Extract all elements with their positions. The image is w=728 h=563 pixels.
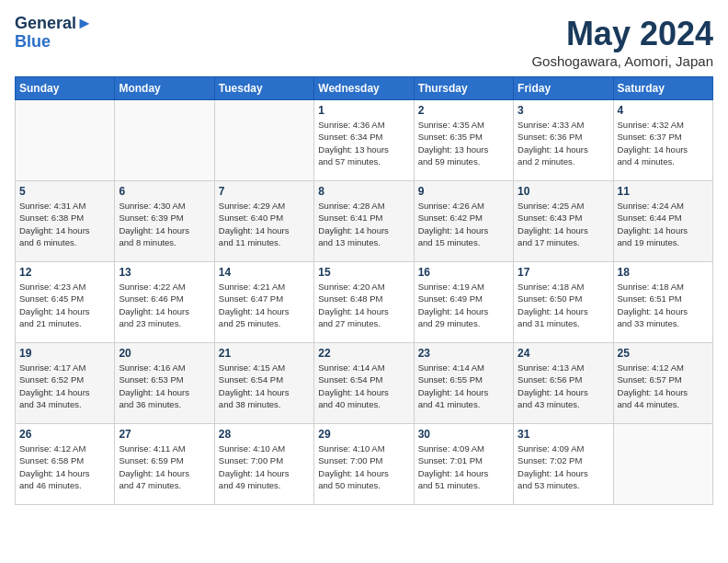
day-number: 10 — [518, 185, 609, 198]
day-info: Sunrise: 4:10 AMSunset: 7:00 PMDaylight:… — [318, 442, 409, 491]
calendar-cell: 24Sunrise: 4:13 AMSunset: 6:56 PMDayligh… — [514, 343, 613, 424]
calendar-cell: 3Sunrise: 4:33 AMSunset: 6:36 PMDaylight… — [514, 100, 613, 181]
daylight-hours: Daylight: 14 hours — [19, 468, 90, 478]
day-info: Sunrise: 4:31 AMSunset: 6:38 PMDaylight:… — [19, 200, 110, 248]
daylight-hours: Daylight: 14 hours — [318, 306, 389, 316]
daylight-hours: Daylight: 14 hours — [19, 387, 90, 397]
calendar-cell: 11Sunrise: 4:24 AMSunset: 6:44 PMDayligh… — [613, 181, 712, 262]
daylight-hours: Daylight: 14 hours — [618, 306, 688, 316]
calendar-cell: 22Sunrise: 4:14 AMSunset: 6:54 PMDayligh… — [314, 343, 414, 424]
calendar-cell — [214, 100, 313, 181]
title-block: May 2024 Goshogawara, Aomori, Japan — [531, 15, 713, 69]
day-info: Sunrise: 4:29 AMSunset: 6:40 PMDaylight:… — [219, 200, 310, 248]
column-header-thursday: Thursday — [414, 77, 513, 100]
day-number: 9 — [418, 185, 509, 198]
day-info: Sunrise: 4:23 AMSunset: 6:45 PMDaylight:… — [19, 281, 110, 329]
day-number: 8 — [318, 185, 409, 198]
day-number: 26 — [19, 428, 110, 441]
day-number: 13 — [119, 266, 210, 279]
daylight-hours: Daylight: 14 hours — [518, 144, 588, 155]
daylight-hours: Daylight: 14 hours — [518, 225, 588, 236]
day-number: 21 — [219, 347, 310, 360]
daylight-hours: Daylight: 14 hours — [119, 387, 189, 397]
day-number: 11 — [618, 185, 709, 198]
daylight-hours: Daylight: 14 hours — [518, 306, 588, 316]
daylight-hours: Daylight: 14 hours — [618, 225, 688, 236]
location-subtitle: Goshogawara, Aomori, Japan — [531, 53, 713, 69]
day-info: Sunrise: 4:35 AMSunset: 6:35 PMDaylight:… — [418, 119, 509, 167]
day-info: Sunrise: 4:30 AMSunset: 6:39 PMDaylight:… — [119, 200, 210, 248]
column-header-wednesday: Wednesday — [314, 77, 414, 100]
calendar-cell: 29Sunrise: 4:10 AMSunset: 7:00 PMDayligh… — [314, 424, 414, 505]
day-info: Sunrise: 4:28 AMSunset: 6:41 PMDaylight:… — [318, 200, 409, 248]
day-info: Sunrise: 4:18 AMSunset: 6:51 PMDaylight:… — [618, 281, 709, 329]
calendar-cell: 8Sunrise: 4:28 AMSunset: 6:41 PMDaylight… — [314, 181, 414, 262]
day-info: Sunrise: 4:14 AMSunset: 6:55 PMDaylight:… — [418, 362, 509, 410]
daylight-hours: Daylight: 14 hours — [318, 468, 389, 478]
day-number: 17 — [518, 266, 609, 279]
day-number: 27 — [119, 428, 210, 441]
daylight-hours: Daylight: 14 hours — [219, 225, 290, 236]
day-number: 22 — [318, 347, 409, 360]
daylight-hours: Daylight: 14 hours — [219, 387, 290, 397]
calendar-cell: 27Sunrise: 4:11 AMSunset: 6:59 PMDayligh… — [115, 424, 214, 505]
day-number: 19 — [19, 347, 110, 360]
daylight-hours: Daylight: 14 hours — [219, 306, 290, 316]
calendar-header-row: SundayMondayTuesdayWednesdayThursdayFrid… — [16, 77, 713, 100]
daylight-hours: Daylight: 14 hours — [518, 468, 588, 478]
day-info: Sunrise: 4:17 AMSunset: 6:52 PMDaylight:… — [19, 362, 110, 410]
calendar-cell: 31Sunrise: 4:09 AMSunset: 7:02 PMDayligh… — [514, 424, 613, 505]
daylight-hours: Daylight: 14 hours — [318, 387, 389, 397]
daylight-hours: Daylight: 14 hours — [119, 306, 189, 316]
daylight-hours: Daylight: 14 hours — [618, 144, 688, 155]
day-info: Sunrise: 4:33 AMSunset: 6:36 PMDaylight:… — [518, 119, 609, 167]
month-title: May 2024 — [531, 15, 713, 53]
calendar-cell: 17Sunrise: 4:18 AMSunset: 6:50 PMDayligh… — [514, 262, 613, 343]
day-info: Sunrise: 4:36 AMSunset: 6:34 PMDaylight:… — [318, 119, 409, 167]
logo-text: General► — [15, 15, 93, 33]
calendar-cell: 20Sunrise: 4:16 AMSunset: 6:53 PMDayligh… — [115, 343, 214, 424]
column-header-monday: Monday — [115, 77, 214, 100]
day-info: Sunrise: 4:22 AMSunset: 6:46 PMDaylight:… — [119, 281, 210, 329]
calendar-cell — [613, 424, 712, 505]
calendar-cell: 1Sunrise: 4:36 AMSunset: 6:34 PMDaylight… — [314, 100, 414, 181]
calendar-table: SundayMondayTuesdayWednesdayThursdayFrid… — [15, 76, 713, 505]
day-info: Sunrise: 4:09 AMSunset: 7:01 PMDaylight:… — [418, 442, 509, 491]
day-number: 25 — [618, 347, 709, 360]
day-number: 12 — [19, 266, 110, 279]
day-info: Sunrise: 4:32 AMSunset: 6:37 PMDaylight:… — [618, 119, 709, 167]
calendar-week-row: 26Sunrise: 4:12 AMSunset: 6:58 PMDayligh… — [16, 424, 713, 505]
daylight-hours: Daylight: 14 hours — [119, 225, 189, 236]
daylight-hours: Daylight: 13 hours — [318, 144, 389, 155]
calendar-week-row: 12Sunrise: 4:23 AMSunset: 6:45 PMDayligh… — [16, 262, 713, 343]
calendar-cell: 30Sunrise: 4:09 AMSunset: 7:01 PMDayligh… — [414, 424, 513, 505]
calendar-cell: 21Sunrise: 4:15 AMSunset: 6:54 PMDayligh… — [214, 343, 313, 424]
daylight-hours: Daylight: 14 hours — [418, 306, 489, 316]
calendar-cell: 6Sunrise: 4:30 AMSunset: 6:39 PMDaylight… — [115, 181, 214, 262]
day-number: 5 — [19, 185, 110, 198]
logo-subtext: Blue — [15, 33, 93, 52]
day-number: 16 — [418, 266, 509, 279]
calendar-cell: 10Sunrise: 4:25 AMSunset: 6:43 PMDayligh… — [514, 181, 613, 262]
day-info: Sunrise: 4:09 AMSunset: 7:02 PMDaylight:… — [518, 442, 609, 491]
day-info: Sunrise: 4:26 AMSunset: 6:42 PMDaylight:… — [418, 200, 509, 248]
day-info: Sunrise: 4:13 AMSunset: 6:56 PMDaylight:… — [518, 362, 609, 410]
daylight-hours: Daylight: 14 hours — [518, 387, 588, 397]
day-info: Sunrise: 4:16 AMSunset: 6:53 PMDaylight:… — [119, 362, 210, 410]
day-info: Sunrise: 4:14 AMSunset: 6:54 PMDaylight:… — [318, 362, 409, 410]
day-number: 1 — [318, 104, 409, 117]
calendar-cell: 12Sunrise: 4:23 AMSunset: 6:45 PMDayligh… — [16, 262, 115, 343]
day-number: 3 — [518, 104, 609, 117]
column-header-saturday: Saturday — [613, 77, 712, 100]
day-number: 31 — [518, 428, 609, 441]
day-info: Sunrise: 4:20 AMSunset: 6:48 PMDaylight:… — [318, 281, 409, 329]
day-info: Sunrise: 4:19 AMSunset: 6:49 PMDaylight:… — [418, 281, 509, 329]
day-number: 6 — [119, 185, 210, 198]
daylight-hours: Daylight: 13 hours — [418, 144, 489, 155]
day-number: 18 — [618, 266, 709, 279]
calendar-cell: 2Sunrise: 4:35 AMSunset: 6:35 PMDaylight… — [414, 100, 513, 181]
calendar-cell: 7Sunrise: 4:29 AMSunset: 6:40 PMDaylight… — [214, 181, 313, 262]
calendar-cell: 14Sunrise: 4:21 AMSunset: 6:47 PMDayligh… — [214, 262, 313, 343]
daylight-hours: Daylight: 14 hours — [19, 225, 90, 236]
daylight-hours: Daylight: 14 hours — [219, 468, 290, 478]
